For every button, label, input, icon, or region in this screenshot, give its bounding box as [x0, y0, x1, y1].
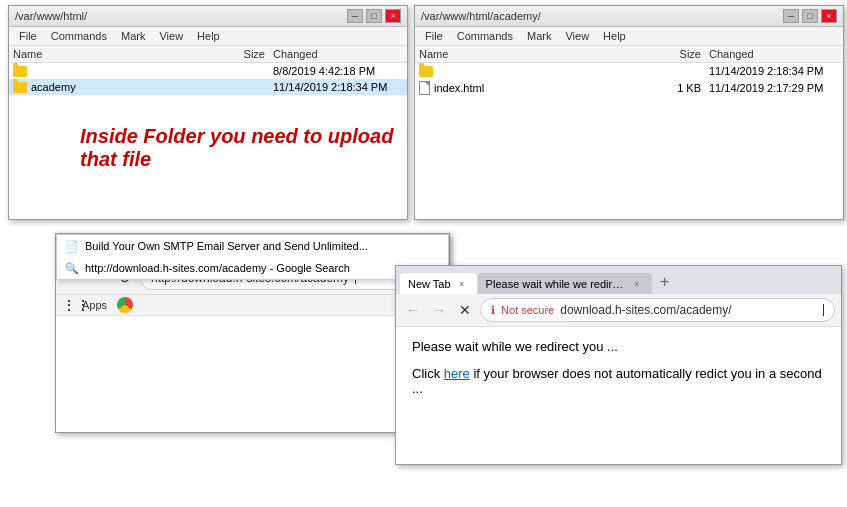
- toolbar-commands-btn[interactable]: Commands: [47, 29, 111, 43]
- toolbar-help-btn[interactable]: Help: [599, 29, 630, 43]
- row-size: 1 KB: [654, 82, 709, 94]
- left-explorer-path: /var/www/html/: [15, 10, 87, 22]
- table-row[interactable]: 11/14/2019 2:18:34 PM: [415, 63, 843, 79]
- left-explorer-titlebar: /var/www/html/ ─ □ ×: [9, 6, 407, 27]
- toolbar-file-btn[interactable]: File: [15, 29, 41, 43]
- page-icon: 📄: [65, 239, 79, 253]
- row-name: academy: [13, 81, 218, 93]
- toolbar-commands-btn[interactable]: Commands: [453, 29, 517, 43]
- toolbar-help-btn[interactable]: Help: [193, 29, 224, 43]
- tab-label: Please wait while we redirect yo...: [486, 278, 626, 290]
- row-changed: 11/14/2019 2:18:34 PM: [709, 65, 839, 77]
- tab-new-1[interactable]: New Tab ×: [400, 273, 477, 294]
- row-name: index.html: [419, 81, 654, 95]
- tab-label: New Tab: [408, 278, 451, 290]
- minimize-button[interactable]: ─: [347, 9, 363, 23]
- col-name-header: Name: [13, 48, 218, 60]
- right-browser-toolbar: ← → ✕ ℹ Not secure download.h-sites.com/…: [396, 294, 841, 327]
- right-browser-tabs: New Tab × Please wait while we redirect …: [396, 266, 841, 294]
- maximize-button[interactable]: □: [366, 9, 382, 23]
- col-changed-header: Changed: [709, 48, 839, 60]
- right-browser-content: Please wait while we redirect you ... Cl…: [396, 327, 841, 408]
- apps-row: ⋮⋮ Apps: [56, 295, 449, 316]
- right-explorer-content: Name Size Changed 11/14/2019 2:18:34 PM …: [415, 46, 843, 97]
- toolbar-view-btn[interactable]: View: [155, 29, 187, 43]
- tab-close-button[interactable]: ×: [455, 277, 469, 291]
- apps-label: Apps: [82, 299, 107, 311]
- row-name-text: academy: [31, 81, 76, 93]
- folder-icon: [419, 66, 433, 77]
- left-explorer-toolbar: File Commands Mark View Help: [9, 27, 407, 46]
- col-size-header: Size: [218, 48, 273, 60]
- redirect-message-2: Click here if your browser does not auto…: [412, 366, 825, 396]
- back-button[interactable]: ←: [402, 299, 424, 321]
- col-size-header: Size: [654, 48, 709, 60]
- ac-text: http://download.h-sites.com/academy - Go…: [85, 262, 440, 274]
- close-button[interactable]: ×: [821, 9, 837, 23]
- maximize-button[interactable]: □: [802, 9, 818, 23]
- search-icon: 🔍: [65, 261, 79, 275]
- autocomplete-dropdown: 📄 Build Your Own SMTP Email Server and S…: [56, 234, 449, 280]
- left-browser-window: New Tab × New Tab × + ← → ↺ http://downl…: [55, 233, 450, 433]
- instruction-text: Inside Folder you need to upload that fi…: [80, 125, 430, 171]
- folder-icon: [13, 82, 27, 93]
- right-explorer-path: /var/www/html/academy/: [421, 10, 541, 22]
- row-name: [13, 66, 218, 77]
- left-explorer-header: Name Size Changed: [9, 46, 407, 63]
- redirect-message-1: Please wait while we redirect you ...: [412, 339, 825, 354]
- right-explorer-header: Name Size Changed: [415, 46, 843, 63]
- forward-button[interactable]: →: [428, 299, 450, 321]
- row-name: [419, 66, 654, 77]
- tab-loading[interactable]: Please wait while we redirect yo... ×: [478, 273, 652, 294]
- ac-text: Build Your Own SMTP Email Server and Sen…: [85, 240, 440, 252]
- apps-icon[interactable]: ⋮⋮: [62, 297, 78, 313]
- row-name-text: index.html: [434, 82, 484, 94]
- col-name-header: Name: [419, 48, 654, 60]
- not-secure-label: Not secure: [501, 304, 554, 316]
- table-row[interactable]: academy 11/14/2019 2:18:34 PM: [9, 79, 407, 95]
- click-suffix: if your browser does not automatically r…: [412, 366, 822, 396]
- right-explorer-toolbar: File Commands Mark View Help: [415, 27, 843, 46]
- minimize-button[interactable]: ─: [783, 9, 799, 23]
- folder-icon: [13, 66, 27, 77]
- address-cursor: [823, 304, 824, 316]
- address-bar[interactable]: ℹ Not secure download.h-sites.com/academ…: [480, 298, 835, 322]
- address-bar-url: download.h-sites.com/academy/: [560, 303, 817, 317]
- here-link[interactable]: here: [444, 366, 470, 381]
- row-changed: 11/14/2019 2:17:29 PM: [709, 82, 839, 94]
- autocomplete-item-1[interactable]: 📄 Build Your Own SMTP Email Server and S…: [57, 235, 448, 257]
- left-explorer-controls: ─ □ ×: [347, 9, 401, 23]
- file-icon: [419, 81, 430, 95]
- toolbar-file-btn[interactable]: File: [421, 29, 447, 43]
- table-row[interactable]: 8/8/2019 4:42:18 PM: [9, 63, 407, 79]
- table-row[interactable]: index.html 1 KB 11/14/2019 2:17:29 PM: [415, 79, 843, 97]
- right-explorer-titlebar: /var/www/html/academy/ ─ □ ×: [415, 6, 843, 27]
- not-secure-icon: ℹ: [491, 304, 495, 317]
- col-changed-header: Changed: [273, 48, 403, 60]
- close-button[interactable]: ×: [385, 9, 401, 23]
- chrome-icon[interactable]: [117, 297, 133, 313]
- right-file-explorer: /var/www/html/academy/ ─ □ × File Comman…: [414, 5, 844, 220]
- autocomplete-item-2[interactable]: 🔍 http://download.h-sites.com/academy - …: [57, 257, 448, 279]
- click-prefix: Click: [412, 366, 444, 381]
- row-changed: 11/14/2019 2:18:34 PM: [273, 81, 403, 93]
- stop-button[interactable]: ✕: [454, 299, 476, 321]
- toolbar-mark-btn[interactable]: Mark: [117, 29, 149, 43]
- right-explorer-controls: ─ □ ×: [783, 9, 837, 23]
- toolbar-mark-btn[interactable]: Mark: [523, 29, 555, 43]
- row-changed: 8/8/2019 4:42:18 PM: [273, 65, 403, 77]
- new-tab-button[interactable]: +: [653, 270, 677, 294]
- tab-close-button[interactable]: ×: [630, 277, 644, 291]
- toolbar-view-btn[interactable]: View: [561, 29, 593, 43]
- left-explorer-content: Name Size Changed 8/8/2019 4:42:18 PM ac…: [9, 46, 407, 95]
- left-file-explorer: /var/www/html/ ─ □ × File Commands Mark …: [8, 5, 408, 220]
- right-browser-window: New Tab × Please wait while we redirect …: [395, 265, 842, 465]
